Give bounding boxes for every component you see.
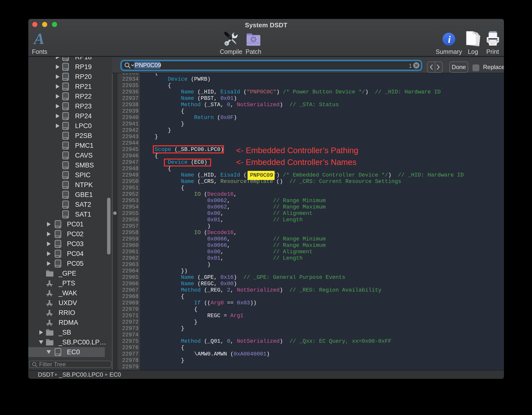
svg-text:i: i bbox=[448, 34, 451, 45]
